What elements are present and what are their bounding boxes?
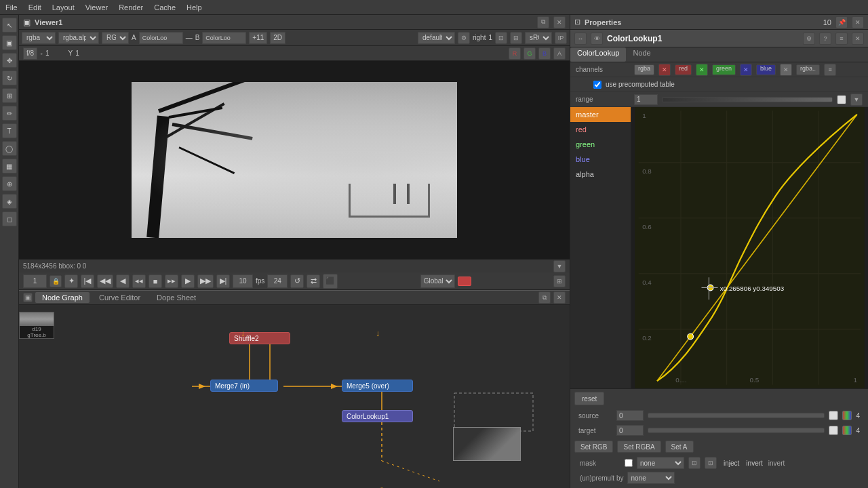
- status-expand[interactable]: ▼: [553, 260, 566, 272]
- channel-blue[interactable]: blue: [570, 152, 631, 167]
- source-slider[interactable]: [648, 413, 825, 418]
- channel-red[interactable]: red: [570, 122, 631, 137]
- node-merge2[interactable]: Merge5 (over): [342, 380, 413, 392]
- channel-g-icon[interactable]: G: [524, 47, 536, 60]
- reset-btn[interactable]: reset: [574, 392, 604, 405]
- tool-clone[interactable]: ⊕: [2, 176, 17, 191]
- node-settings2[interactable]: ?: [819, 33, 831, 45]
- prop-close-icon[interactable]: ✕: [852, 16, 864, 28]
- prop-pin-icon[interactable]: 📌: [835, 16, 848, 28]
- precomputed-checkbox[interactable]: [593, 81, 601, 89]
- channel-a-icon[interactable]: A: [553, 47, 566, 60]
- tool-select[interactable]: ▣: [2, 35, 17, 50]
- node-close[interactable]: ✕: [852, 33, 864, 45]
- mask-lock-icon[interactable]: ⊡: [688, 457, 701, 469]
- prev-keyframe[interactable]: ◀◀: [97, 274, 113, 288]
- tool-move[interactable]: ✥: [2, 53, 17, 68]
- node-colorlookup[interactable]: ColorLookup1: [342, 410, 413, 422]
- fstop-btn[interactable]: f/8: [23, 47, 37, 60]
- node-settings1[interactable]: ⚙: [803, 33, 815, 45]
- node-merge1[interactable]: Merge7 (in): [210, 380, 278, 392]
- tab-curve-editor[interactable]: Curve Editor: [92, 292, 147, 303]
- viewer-float-btn[interactable]: ⧉: [537, 16, 549, 28]
- magic-btn[interactable]: ✦: [64, 274, 78, 288]
- red-marker[interactable]: [458, 277, 471, 286]
- play-forward[interactable]: ▸▸: [165, 274, 178, 288]
- menu-viewer[interactable]: Viewer: [85, 3, 108, 12]
- viewer-settings-icon[interactable]: ⚙: [458, 32, 470, 44]
- tab-node[interactable]: Node: [626, 47, 657, 62]
- node-graph-area[interactable]: d19 gTree.b: [19, 305, 570, 488]
- panel-close-btn[interactable]: ✕: [553, 291, 566, 304]
- fps-count-input[interactable]: [233, 274, 253, 288]
- channel-x3[interactable]: ✕: [740, 64, 752, 76]
- frame-input[interactable]: [23, 274, 47, 288]
- channel-more-icon[interactable]: ≡: [824, 64, 836, 76]
- panel-icon[interactable]: ▣: [23, 293, 33, 302]
- playback-expand[interactable]: ⊞: [553, 275, 566, 287]
- tab-colorlookup[interactable]: ColorLookup: [570, 47, 626, 62]
- tool-shape[interactable]: ◯: [2, 141, 17, 156]
- step-back[interactable]: ◀: [116, 274, 130, 288]
- tool-rotate[interactable]: ↻: [2, 70, 17, 85]
- node-shuffle[interactable]: Shuffle2: [229, 332, 290, 344]
- node-a-input[interactable]: ColorLoo: [139, 32, 183, 44]
- node-settings3[interactable]: ≡: [835, 33, 848, 45]
- record-btn[interactable]: ⬛: [323, 274, 338, 289]
- menu-layout[interactable]: Layout: [52, 3, 75, 12]
- mask-icon2[interactable]: ⊡: [705, 457, 717, 469]
- global-select[interactable]: Global: [420, 274, 455, 288]
- channel-green[interactable]: green: [570, 137, 631, 152]
- jump-start[interactable]: |◀: [81, 274, 94, 288]
- fps-value-input[interactable]: [267, 274, 288, 288]
- mode-select[interactable]: 2D: [270, 32, 285, 44]
- mask-select[interactable]: none: [637, 457, 684, 469]
- tool-crop[interactable]: ⊞: [2, 88, 17, 103]
- range-expand-icon[interactable]: ▼: [850, 94, 863, 106]
- tool-blur[interactable]: ◈: [2, 194, 17, 209]
- panel-float-btn[interactable]: ⧉: [538, 291, 551, 304]
- mask-checkbox[interactable]: [625, 459, 633, 467]
- tab-dope-sheet[interactable]: Dope Sheet: [150, 292, 203, 303]
- channel-select[interactable]: rgba: [22, 32, 56, 44]
- range-white-swatch[interactable]: [837, 95, 846, 104]
- node-b-input[interactable]: ColorLoo: [202, 32, 246, 44]
- channel-alpha[interactable]: alpha: [570, 167, 631, 182]
- channel-rgba2-btn[interactable]: rgba..: [796, 64, 820, 75]
- viewer-close-btn[interactable]: ✕: [553, 16, 566, 28]
- channel-x2[interactable]: ✕: [696, 64, 708, 76]
- viewer-option1[interactable]: ⊡: [495, 32, 507, 44]
- channel-x4[interactable]: ✕: [780, 64, 792, 76]
- channel-blue-btn[interactable]: blue: [756, 64, 776, 75]
- set-rgb-btn[interactable]: Set RGB: [574, 441, 613, 453]
- render-select[interactable]: default: [418, 32, 455, 44]
- channel-red-btn[interactable]: red: [675, 64, 692, 75]
- source-input[interactable]: [616, 410, 644, 421]
- lock-icon[interactable]: 🔒: [50, 275, 62, 287]
- set-a-btn[interactable]: Set A: [665, 441, 694, 453]
- gamma-input[interactable]: +11: [249, 32, 267, 44]
- alpha-select[interactable]: rgba.alph: [58, 32, 99, 44]
- target-input[interactable]: [616, 425, 644, 436]
- menu-file[interactable]: File: [5, 3, 18, 12]
- pingpong-btn[interactable]: ⇄: [307, 274, 320, 288]
- tool-eraser[interactable]: ◻: [2, 211, 17, 226]
- channel-master[interactable]: master: [570, 107, 631, 122]
- curve-graph-area[interactable]: 1 0.8 0.6 0.4 0.2 0.... 0.5 1: [631, 107, 868, 388]
- unpremult-select[interactable]: none: [627, 472, 675, 484]
- menu-cache[interactable]: Cache: [154, 3, 176, 12]
- tool-text[interactable]: T: [2, 123, 17, 138]
- tool-arrow[interactable]: ↖: [2, 18, 17, 33]
- channel-green-btn[interactable]: green: [712, 64, 736, 75]
- next-keyframe[interactable]: ▶▶: [197, 274, 214, 288]
- ip-icon[interactable]: IP: [555, 32, 567, 44]
- range-slider[interactable]: [662, 97, 833, 102]
- node-view-icon[interactable]: 👁: [591, 33, 603, 45]
- menu-help[interactable]: Help: [186, 3, 202, 12]
- channel-b-icon[interactable]: B: [538, 47, 551, 60]
- fps-select[interactable]: sRGB: [525, 32, 552, 44]
- channel-r-icon[interactable]: R: [509, 47, 521, 60]
- channel-rgba-btn[interactable]: rgba: [634, 64, 654, 75]
- set-rgba-btn[interactable]: Set RGBA: [617, 441, 660, 453]
- jump-end[interactable]: ▶|: [216, 274, 230, 288]
